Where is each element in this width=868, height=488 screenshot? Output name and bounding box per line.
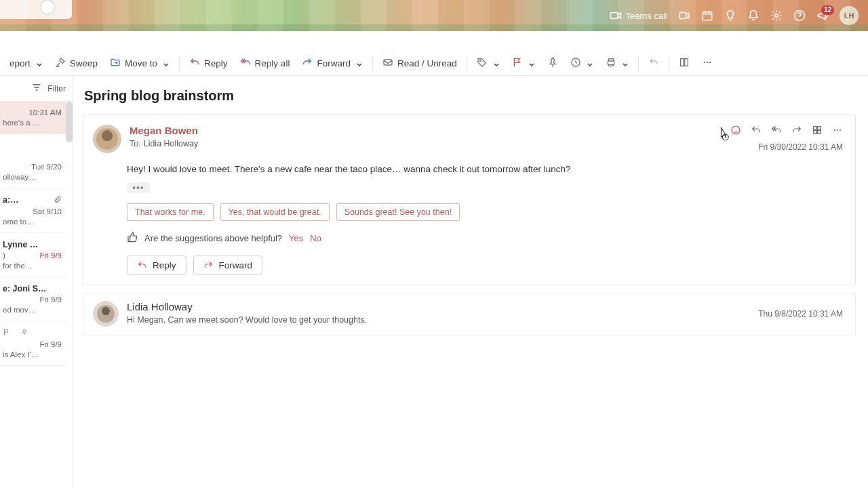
list-item[interactable]: e: Joni S… Fri 9/9 ed mov… xyxy=(0,277,66,321)
calendar-icon[interactable] xyxy=(701,9,713,22)
feedback-no[interactable]: No xyxy=(310,233,321,243)
undo-icon xyxy=(648,57,659,70)
forward-inline-button[interactable]: Forward xyxy=(193,256,263,275)
chevron-down-icon xyxy=(622,60,629,67)
pin-outline-icon xyxy=(20,328,28,338)
message-date: Thu 9/8/2022 10:31 AM xyxy=(758,309,843,319)
print-button[interactable] xyxy=(600,54,634,73)
announcements-badge: 12 xyxy=(821,5,834,15)
undo-button[interactable] xyxy=(643,54,665,73)
feedback-icon xyxy=(127,232,138,245)
sender-avatar[interactable] xyxy=(93,125,121,153)
attachment-icon xyxy=(54,195,62,205)
filter-bar[interactable]: Filter xyxy=(0,76,73,102)
message-body: Hey! I would love to meet. There's a new… xyxy=(127,163,843,176)
message-more-button[interactable] xyxy=(832,125,843,138)
pin-icon xyxy=(547,57,558,70)
flag-icon xyxy=(512,57,523,70)
svg-rect-17 xyxy=(814,131,817,134)
svg-rect-1 xyxy=(679,13,686,19)
filter-icon xyxy=(31,82,42,95)
list-item[interactable]: Fri 9/9 is Alex I'… xyxy=(0,321,66,366)
svg-point-14 xyxy=(732,126,740,134)
svg-point-12 xyxy=(707,62,708,63)
svg-rect-5 xyxy=(384,60,392,65)
sweep-icon xyxy=(55,57,66,70)
tag-button[interactable] xyxy=(471,54,505,73)
svg-point-20 xyxy=(837,129,838,131)
suggested-reply[interactable]: That works for me. xyxy=(127,203,214,221)
teams-call-label: Teams call xyxy=(626,11,667,21)
scrollbar-thumb[interactable] xyxy=(66,102,73,142)
svg-rect-15 xyxy=(814,127,817,130)
reply-button[interactable]: Reply xyxy=(184,54,233,73)
report-button[interactable]: eport xyxy=(4,56,48,71)
settings-icon[interactable] xyxy=(770,9,783,22)
feedback-yes[interactable]: Yes xyxy=(289,233,303,243)
sender-name[interactable]: Megan Bowen xyxy=(130,125,722,136)
video-icon xyxy=(610,9,622,22)
svg-rect-8 xyxy=(608,61,614,64)
app-logo xyxy=(38,0,57,18)
list-item[interactable]: a:… Sat 9/10 ome to… xyxy=(0,188,66,233)
account-avatar[interactable]: LH xyxy=(840,6,859,25)
flag-button[interactable] xyxy=(507,54,540,73)
reply-all-icon-button[interactable] xyxy=(771,125,782,138)
chevron-down-icon xyxy=(356,60,363,67)
reply-icon-button[interactable] xyxy=(751,125,762,138)
collapsed-message[interactable]: Lidia Holloway Hi Megan, Can we meet soo… xyxy=(83,293,856,336)
list-item[interactable]: Tue 9/20 olloway… xyxy=(0,134,66,188)
list-item[interactable]: 10:31 AM here's a … xyxy=(0,102,66,134)
folder-move-icon xyxy=(110,57,121,70)
sender-name: Lidia Holloway xyxy=(127,301,750,312)
feedback-row: Are the suggestions above helpful? Yes N… xyxy=(127,232,843,245)
reply-all-button[interactable]: Reply all xyxy=(235,54,296,73)
feedback-text: Are the suggestions above helpful? xyxy=(144,233,282,243)
sender-avatar xyxy=(93,301,119,327)
react-button[interactable] xyxy=(730,125,741,138)
svg-point-21 xyxy=(840,129,841,131)
meet-now-icon[interactable] xyxy=(678,9,690,22)
suggested-replies: That works for me. Yes, that would be gr… xyxy=(127,203,843,221)
forward-icon-button[interactable] xyxy=(791,125,802,138)
move-to-button[interactable]: Move to xyxy=(104,54,175,73)
svg-point-13 xyxy=(709,62,711,63)
message-list-column: Filter 10:31 AM here's a … Tue 9/20 ollo… xyxy=(0,76,73,488)
forward-button[interactable]: Forward xyxy=(296,54,368,73)
message-list: 10:31 AM here's a … Tue 9/20 olloway… a:… xyxy=(0,102,66,488)
immersive-reader-button[interactable] xyxy=(673,54,695,73)
filter-label: Filter xyxy=(47,84,66,94)
help-icon[interactable] xyxy=(793,9,806,22)
tips-icon[interactable] xyxy=(724,9,736,22)
svg-rect-2 xyxy=(703,12,712,20)
reply-inline-button[interactable]: Reply xyxy=(127,256,186,275)
snooze-button[interactable] xyxy=(565,54,599,73)
more-actions-button[interactable] xyxy=(696,54,718,73)
teams-call-button[interactable]: Teams call xyxy=(610,9,667,22)
print-icon xyxy=(606,57,616,70)
announcements-icon[interactable]: 12 xyxy=(816,9,829,22)
suggested-reply[interactable]: Sounds great! See you then! xyxy=(336,203,460,221)
sweep-button[interactable]: Sweep xyxy=(50,54,103,73)
tag-icon xyxy=(477,57,488,70)
message-card: Megan Bowen To:Lidia Holloway Fri 9/30/2… xyxy=(83,115,856,285)
apps-icon-button[interactable] xyxy=(812,125,823,138)
svg-rect-9 xyxy=(680,59,684,66)
read-unread-button[interactable]: Read / Unread xyxy=(377,54,462,73)
svg-point-6 xyxy=(479,60,481,61)
chevron-down-icon xyxy=(163,60,170,67)
message-date: Fri 9/30/2022 10:31 AM xyxy=(730,142,843,152)
thread-subject: Spring blog brainstorm xyxy=(84,88,856,104)
svg-rect-0 xyxy=(610,13,618,19)
window-tab xyxy=(0,0,72,19)
svg-point-3 xyxy=(775,14,778,18)
notifications-icon[interactable] xyxy=(747,9,760,22)
list-item[interactable]: Lynne … )Fri 9/9 for the… xyxy=(0,233,66,277)
app-banner: Teams call 12 LH xyxy=(0,0,868,31)
svg-rect-10 xyxy=(684,59,688,66)
more-icon xyxy=(702,57,713,70)
suggested-reply[interactable]: Yes, that would be great. xyxy=(220,203,330,221)
chevron-down-icon xyxy=(587,60,593,67)
expand-quoted-button[interactable]: ••• xyxy=(127,182,150,193)
pin-button[interactable] xyxy=(542,54,564,73)
